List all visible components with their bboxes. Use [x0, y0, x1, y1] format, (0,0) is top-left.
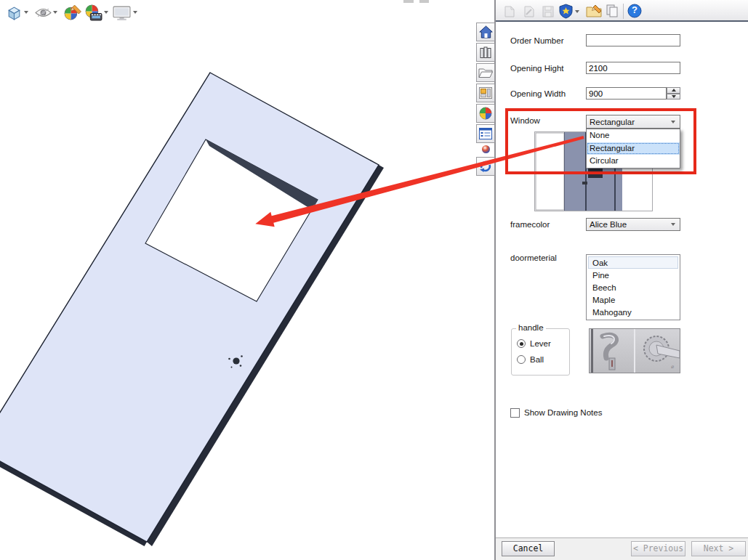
handle-group-label: handle	[516, 323, 546, 332]
previous-button[interactable]: < Previous	[631, 541, 685, 556]
opening-width-input[interactable]	[586, 87, 667, 100]
tab-view-palette[interactable]	[476, 84, 495, 102]
chevron-down-icon	[671, 223, 675, 226]
opening-hight-input[interactable]	[586, 62, 680, 74]
chevron-down-icon[interactable]	[133, 11, 137, 14]
tab-file-explorer[interactable]	[476, 63, 495, 82]
handle-preview-image: ⌀	[589, 328, 680, 373]
list-item-oak[interactable]: Oak	[588, 256, 678, 269]
dropdown-option-circular[interactable]: Circular	[587, 155, 680, 168]
chevron-down-icon[interactable]	[53, 11, 57, 14]
radio-icon	[517, 355, 526, 364]
window-dropdown-value: Rectangular	[587, 118, 635, 126]
view-orientation-cube-icon[interactable]	[6, 5, 23, 22]
opening-hight-label: Opening Hight	[510, 64, 564, 73]
home-icon	[479, 25, 493, 38]
show-drawing-notes-checkbox[interactable]	[510, 408, 520, 418]
edit-appearance-icon[interactable]	[64, 4, 82, 22]
tab-solidworks-resources[interactable]	[476, 23, 495, 41]
sync-icon	[478, 159, 493, 174]
radio-lever-label: Lever	[530, 339, 551, 348]
handle-groupbox: handle	[511, 328, 570, 376]
apply-scene-icon[interactable]	[84, 4, 102, 22]
radio-icon	[517, 339, 526, 348]
order-number-label: Order Number	[510, 36, 564, 45]
chevron-down-icon	[671, 121, 675, 123]
down-arrow-icon	[672, 95, 676, 98]
show-drawing-notes-label: Show Drawing Notes	[524, 408, 602, 417]
svg-text:⌀: ⌀	[671, 364, 674, 370]
window-dropdown[interactable]: Rectangular	[586, 115, 680, 129]
sphere-icon	[482, 145, 490, 153]
list-item-maple[interactable]: Maple	[588, 293, 678, 306]
list-item-pine[interactable]: Pine	[588, 269, 678, 281]
list-item-mahogany[interactable]: Mahogany	[588, 306, 678, 318]
books-icon	[479, 46, 492, 59]
framecolor-dropdown[interactable]: Alice Blue	[586, 218, 680, 231]
up-arrow-icon	[672, 89, 676, 92]
tab-custom-properties[interactable]	[476, 124, 495, 143]
clipped-ui-artifact	[403, 0, 414, 3]
dropdown-option-rectangular[interactable]: Rectangular	[587, 142, 680, 155]
radio-lever[interactable]: Lever	[517, 339, 551, 348]
shield-icon[interactable]	[559, 4, 573, 19]
spinner-down-button[interactable]	[667, 94, 680, 100]
dropdown-option-none[interactable]: None	[587, 129, 680, 142]
door-3d-model	[0, 0, 494, 560]
radio-ball-label: Ball	[530, 355, 544, 364]
save-icon	[542, 5, 555, 18]
hide-show-items-icon[interactable]	[35, 7, 52, 18]
help-icon[interactable]: ?	[627, 4, 642, 18]
opening-width-label: Opening Width	[510, 89, 566, 98]
spinner-up-button[interactable]	[667, 87, 680, 94]
list-item-beech[interactable]: Beech	[588, 281, 678, 293]
tab-design-library[interactable]	[476, 43, 495, 62]
next-button[interactable]: Next >	[691, 541, 746, 556]
folder-icon	[478, 67, 493, 78]
doormeterial-label: doormeterial	[510, 253, 557, 262]
open-database-icon	[503, 5, 517, 18]
clipped-ui-artifact	[419, 0, 429, 3]
framecolor-dropdown-value: Alice Blue	[587, 220, 627, 229]
tab-appearances-scenes[interactable]	[476, 104, 495, 123]
opening-width-spinner	[667, 87, 680, 100]
tab-refresh[interactable]	[476, 157, 495, 176]
palette-icon	[479, 87, 492, 99]
edit-database-icon	[523, 5, 536, 18]
order-number-input[interactable]	[586, 34, 680, 46]
view-settings-icon[interactable]	[113, 6, 131, 21]
framecolor-label: framecolor	[510, 220, 550, 229]
doormeterial-listbox: Oak Pine Beech Maple Mahogany	[586, 254, 680, 320]
toolbar-separator	[623, 4, 624, 19]
form-icon	[479, 128, 492, 139]
door-face	[0, 73, 379, 542]
copy-icon[interactable]	[606, 4, 619, 18]
help-glyph: ?	[627, 4, 642, 15]
chevron-down-icon[interactable]	[104, 11, 108, 14]
chevron-down-icon[interactable]	[24, 11, 28, 14]
folder-edit-icon[interactable]	[586, 4, 603, 19]
cancel-button[interactable]: Cancel	[502, 541, 555, 556]
window-label: Window	[510, 116, 540, 125]
application-window: ? Order Number Opening Hight Opening Wid…	[0, 0, 748, 560]
window-dropdown-list: None Rectangular Circular	[586, 129, 680, 169]
color-ball-icon	[479, 107, 492, 120]
chevron-down-icon[interactable]	[575, 10, 579, 13]
heads-up-view-toolbar	[0, 0, 160, 25]
3d-viewport[interactable]	[0, 0, 494, 560]
radio-ball[interactable]: Ball	[517, 355, 544, 364]
tab-driveworks-sphere[interactable]	[476, 142, 495, 155]
